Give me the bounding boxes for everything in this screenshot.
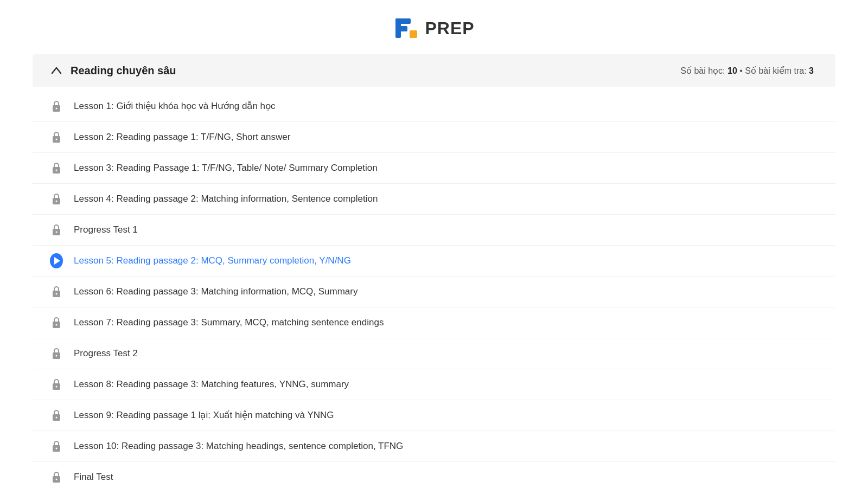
lesson-label: Final Test <box>74 471 113 484</box>
svg-rect-1 <box>395 18 411 24</box>
section-title-group: Reading chuyên sâu <box>50 64 176 77</box>
svg-point-5 <box>56 108 58 110</box>
section-title: Reading chuyên sâu <box>71 65 176 77</box>
lock-icon <box>50 100 63 113</box>
lessons-count: 10 <box>727 66 737 75</box>
lesson-item[interactable]: Lesson 5: Reading passage 2: MCQ, Summar… <box>33 246 835 277</box>
logo: PREP <box>393 15 474 41</box>
lesson-label: Lesson 5: Reading passage 2: MCQ, Summar… <box>74 254 351 267</box>
lessons-label: Số bài học: <box>680 66 725 75</box>
lesson-item[interactable]: Lesson 3: Reading Passage 1: T/F/NG, Tab… <box>33 153 835 184</box>
section-header: Reading chuyên sâu Số bài học: 10 • Số b… <box>33 54 835 87</box>
lesson-label: Lesson 3: Reading Passage 1: T/F/NG, Tab… <box>74 162 378 175</box>
svg-point-17 <box>56 324 58 326</box>
logo-icon <box>393 15 419 41</box>
lesson-label: Lesson 7: Reading passage 3: Summary, MC… <box>74 316 384 329</box>
svg-point-7 <box>56 139 58 140</box>
lesson-list: Lesson 1: Giới thiệu khóa học và Hướng d… <box>33 87 835 488</box>
lesson-label: Progress Test 2 <box>74 347 138 360</box>
lock-icon <box>50 131 63 144</box>
tests-count: 3 <box>809 66 814 75</box>
svg-point-9 <box>56 170 58 171</box>
logo-text: PREP <box>425 18 474 38</box>
lesson-label: Lesson 2: Reading passage 1: T/F/NG, Sho… <box>74 131 290 144</box>
lesson-item[interactable]: Lesson 1: Giới thiệu khóa học và Hướng d… <box>33 91 835 122</box>
lock-icon <box>50 316 63 329</box>
lesson-item[interactable]: Lesson 4: Reading passage 2: Matching in… <box>33 184 835 215</box>
lock-icon <box>50 162 63 175</box>
lesson-label: Lesson 10: Reading passage 3: Matching h… <box>74 440 403 453</box>
lesson-label: Lesson 6: Reading passage 3: Matching in… <box>74 285 358 298</box>
section-meta: Số bài học: 10 • Số bài kiểm tra: 3 <box>680 66 814 76</box>
collapse-button[interactable] <box>50 64 63 77</box>
lesson-item[interactable]: Progress Test 1 <box>33 215 835 246</box>
header: PREP <box>0 0 868 54</box>
svg-point-21 <box>56 386 58 388</box>
lesson-item[interactable]: Final Test <box>33 462 835 488</box>
tests-label: Số bài kiểm tra: <box>745 66 806 75</box>
lesson-label: Progress Test 1 <box>74 223 138 236</box>
lesson-label: Lesson 8: Reading passage 3: Matching fe… <box>74 378 349 391</box>
svg-point-27 <box>56 479 58 480</box>
lock-icon <box>50 192 63 206</box>
svg-rect-3 <box>410 30 417 38</box>
lock-icon <box>50 471 63 484</box>
lesson-item[interactable]: Progress Test 2 <box>33 338 835 369</box>
meta-separator: • <box>739 66 745 75</box>
lock-icon <box>50 347 63 360</box>
lock-icon <box>50 378 63 391</box>
lesson-item[interactable]: Lesson 9: Reading passage 1 lại: Xuất hi… <box>33 400 835 431</box>
svg-point-11 <box>56 201 58 202</box>
svg-point-15 <box>56 293 58 295</box>
lesson-item[interactable]: Lesson 10: Reading passage 3: Matching h… <box>33 431 835 462</box>
svg-point-19 <box>56 355 58 357</box>
lesson-item[interactable]: Lesson 6: Reading passage 3: Matching in… <box>33 277 835 307</box>
lesson-item[interactable]: Lesson 7: Reading passage 3: Summary, MC… <box>33 307 835 338</box>
lock-icon <box>50 440 63 453</box>
lesson-label: Lesson 1: Giới thiệu khóa học và Hướng d… <box>74 100 276 113</box>
lesson-label: Lesson 9: Reading passage 1 lại: Xuất hi… <box>74 409 334 422</box>
svg-point-23 <box>56 417 58 419</box>
lesson-item[interactable]: Lesson 2: Reading passage 1: T/F/NG, Sho… <box>33 122 835 153</box>
svg-rect-2 <box>395 26 407 31</box>
svg-point-13 <box>56 232 58 233</box>
lock-icon <box>50 409 63 422</box>
svg-point-25 <box>56 448 58 450</box>
lock-icon <box>50 285 63 298</box>
lesson-item[interactable]: Lesson 8: Reading passage 3: Matching fe… <box>33 369 835 400</box>
lesson-label: Lesson 4: Reading passage 2: Matching in… <box>74 192 378 206</box>
play-icon <box>50 254 63 267</box>
lock-icon <box>50 223 63 236</box>
